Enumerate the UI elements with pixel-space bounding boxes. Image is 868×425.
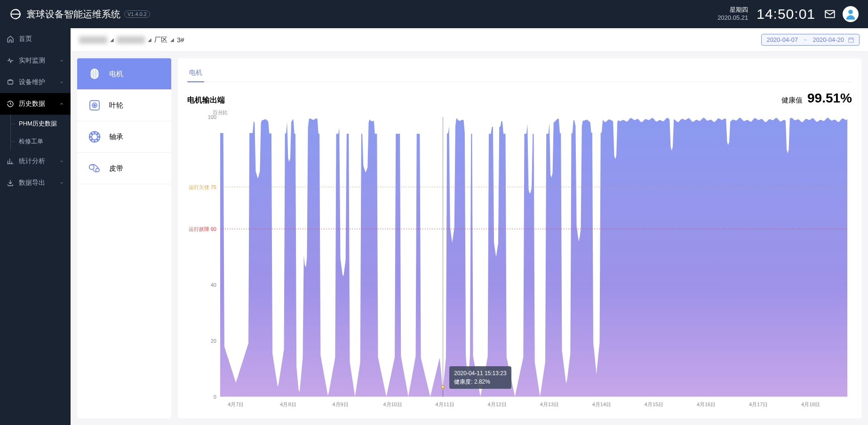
sidebar-item-export[interactable]: 数据导出 — [0, 172, 71, 194]
chart-panel: 电机 电机输出端 健康值 99.51% 百分比02040100运行欠佳 75运行… — [178, 58, 861, 418]
svg-text:运行故障 60: 运行故障 60 — [189, 226, 216, 232]
bearing-icon — [88, 130, 102, 144]
component-list: 电机叶轮轴承皮带 — [77, 58, 171, 418]
svg-text:4月14日: 4月14日 — [592, 401, 611, 407]
sidebar-item-label: 历史数据 — [19, 100, 59, 108]
breadcrumb-part: 3# — [177, 36, 184, 44]
svg-point-17 — [91, 139, 93, 141]
svg-point-13 — [89, 136, 91, 138]
sidebar-subitem[interactable]: 检修工单 — [0, 133, 71, 150]
motor-icon — [88, 67, 102, 81]
chevron-down-icon — [59, 58, 64, 63]
mail-icon[interactable] — [824, 8, 836, 20]
svg-text:4月10日: 4月10日 — [383, 401, 402, 407]
logo-icon — [9, 8, 22, 20]
breadcrumb-part[interactable]: 厂区 — [154, 36, 167, 44]
svg-text:4月16日: 4月16日 — [697, 401, 716, 407]
sidebar: 首页实时监测设备维护历史数据PHM历史数据检修工单统计分析数据导出 — [0, 28, 71, 425]
monitor-icon — [7, 57, 14, 64]
breadcrumb-part[interactable]: XXXXXX — [79, 36, 107, 44]
sidebar-item-label: 数据导出 — [19, 179, 59, 187]
sidebar-item-maintain[interactable]: 设备维护 — [0, 71, 71, 93]
header-clock: 14:50:01 — [757, 6, 815, 22]
svg-text:20: 20 — [211, 338, 216, 344]
svg-point-10 — [92, 134, 98, 140]
svg-text:运行欠佳 75: 运行欠佳 75 — [189, 184, 216, 190]
svg-text:40: 40 — [211, 282, 216, 288]
svg-point-2 — [848, 10, 852, 14]
component-item-bearing[interactable]: 轴承 — [77, 121, 171, 153]
sidebar-item-label: 实时监测 — [19, 56, 59, 65]
svg-text:4月9日: 4月9日 — [332, 401, 348, 407]
component-item-impeller[interactable]: 叶轮 — [77, 90, 171, 121]
chevron-down-icon — [59, 80, 64, 85]
date-range-picker[interactable]: 2020-04-07 ~ 2020-04-20 — [761, 34, 860, 46]
component-label: 轴承 — [109, 133, 123, 142]
app-version: V1.4.0.2 — [124, 10, 150, 18]
health-label: 健康值 — [781, 96, 803, 105]
svg-text:0: 0 — [214, 394, 216, 400]
svg-point-18 — [97, 139, 98, 141]
svg-rect-3 — [8, 80, 13, 84]
component-label: 电机 — [109, 70, 123, 79]
avatar[interactable] — [843, 6, 859, 22]
component-item-belt[interactable]: 皮带 — [77, 153, 171, 184]
svg-text:100: 100 — [208, 114, 216, 120]
svg-rect-4 — [849, 38, 854, 42]
chevron-up-icon — [59, 102, 64, 106]
svg-text:4月12日: 4月12日 — [488, 401, 507, 407]
chart-tabs: 电机 — [187, 65, 852, 82]
svg-point-15 — [91, 134, 93, 135]
svg-text:4月13日: 4月13日 — [540, 401, 559, 407]
svg-point-8 — [94, 104, 96, 106]
chevron-down-icon — [59, 181, 64, 185]
chart-tab[interactable]: 电机 — [187, 65, 204, 82]
component-label: 皮带 — [109, 164, 123, 173]
sidebar-item-label: 设备维护 — [19, 78, 59, 87]
svg-point-16 — [97, 134, 98, 135]
breadcrumb-bar: XXXXXX◢XXXXXX◢厂区◢3# 2020-04-07 ~ 2020-04… — [71, 28, 868, 52]
export-icon — [7, 179, 14, 187]
sidebar-item-label: 首页 — [19, 35, 64, 43]
svg-text:4月8日: 4月8日 — [280, 401, 296, 407]
date-range-from: 2020-04-07 — [766, 36, 798, 43]
component-label: 叶轮 — [109, 101, 123, 110]
main: XXXXXX◢XXXXXX◢厂区◢3# 2020-04-07 ~ 2020-04… — [71, 28, 868, 425]
home-icon — [7, 35, 14, 43]
sidebar-item-stats[interactable]: 统计分析 — [0, 150, 71, 172]
health-value: 99.51% — [807, 91, 852, 106]
svg-text:4月11日: 4月11日 — [436, 401, 454, 407]
current-date: 2020.05.21 — [717, 14, 748, 22]
belt-icon — [88, 161, 102, 175]
svg-point-12 — [94, 141, 96, 142]
svg-text:4月7日: 4月7日 — [228, 401, 244, 407]
breadcrumb-separator-icon: ◢ — [170, 37, 174, 42]
header-date: 星期四 2020.05.21 — [717, 6, 748, 22]
svg-text:4月15日: 4月15日 — [645, 401, 663, 407]
breadcrumb-part[interactable]: XXXXXX — [117, 36, 145, 44]
chart-area[interactable]: 百分比02040100运行欠佳 75运行故障 604月7日4月8日4月9日4月1… — [187, 108, 852, 411]
svg-text:4月18日: 4月18日 — [801, 401, 820, 407]
svg-point-11 — [94, 132, 96, 133]
history-icon — [7, 100, 14, 108]
svg-point-14 — [98, 136, 100, 138]
chart-title: 电机输出端 — [187, 95, 225, 105]
date-range-to: 2020-04-20 — [813, 36, 844, 43]
app-header: 寰球设备智能运维系统 V1.4.0.2 星期四 2020.05.21 14:50… — [0, 0, 868, 28]
chevron-down-icon — [59, 159, 64, 164]
maintain-icon — [7, 79, 14, 86]
day-of-week: 星期四 — [717, 6, 748, 14]
date-range-separator: ~ — [804, 36, 807, 43]
sidebar-subitem[interactable]: PHM历史数据 — [0, 115, 71, 133]
component-item-motor[interactable]: 电机 — [77, 58, 171, 90]
svg-text:4月17日: 4月17日 — [749, 401, 768, 407]
sidebar-item-home[interactable]: 首页 — [0, 28, 71, 50]
sidebar-item-history[interactable]: 历史数据 — [0, 93, 71, 115]
breadcrumb-separator-icon: ◢ — [148, 37, 151, 42]
sidebar-item-monitor[interactable]: 实时监测 — [0, 50, 71, 71]
impeller-icon — [88, 98, 102, 112]
app-title: 寰球设备智能运维系统 — [26, 8, 120, 21]
stats-icon — [7, 157, 14, 165]
breadcrumb-separator-icon: ◢ — [110, 37, 114, 42]
calendar-icon — [848, 37, 854, 43]
